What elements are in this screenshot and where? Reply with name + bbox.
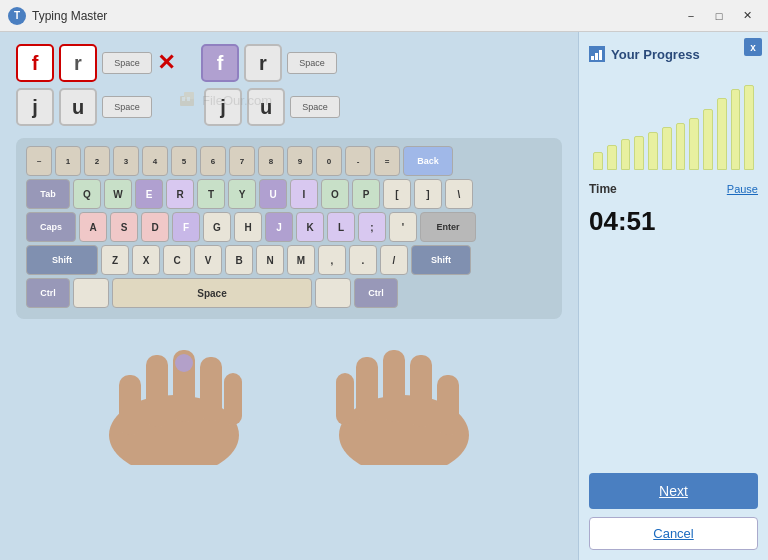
kb-period[interactable]: . [349, 245, 377, 275]
kb-i[interactable]: I [290, 179, 318, 209]
kb-b[interactable]: B [225, 245, 253, 275]
kb-row-2: Caps A S D F G H J K L ; ' Enter [26, 212, 552, 242]
key-r-plain: r [244, 44, 282, 82]
sequence-row-2: j u Space j u Space [16, 88, 562, 126]
svg-rect-16 [336, 373, 354, 425]
watermark-text: FileOur.com [202, 93, 272, 108]
minimize-button[interactable]: − [678, 5, 704, 27]
kb-f[interactable]: F [172, 212, 200, 242]
kb-k[interactable]: K [296, 212, 324, 242]
kb-9[interactable]: 9 [287, 146, 313, 176]
key-space-3: Space [102, 96, 152, 118]
chart-bar [731, 89, 741, 170]
watermark-icon [180, 92, 200, 108]
right-hand [289, 335, 489, 465]
kb-v[interactable]: V [194, 245, 222, 275]
kb-shift-right[interactable]: Shift [411, 245, 471, 275]
kb-row-1: Tab Q W E R T Y U I O P [ ] \ [26, 179, 552, 209]
kb-e[interactable]: E [135, 179, 163, 209]
kb-tab[interactable]: Tab [26, 179, 70, 209]
kb-backslash[interactable]: \ [445, 179, 473, 209]
kb-2[interactable]: 2 [84, 146, 110, 176]
kb-tilde[interactable]: ~ [26, 146, 52, 176]
kb-7[interactable]: 7 [229, 146, 255, 176]
kb-backspace[interactable]: Back [403, 146, 453, 176]
kb-ctrl-right[interactable]: Ctrl [354, 278, 398, 308]
kb-q[interactable]: Q [73, 179, 101, 209]
svg-rect-6 [146, 355, 168, 427]
kb-j[interactable]: J [265, 212, 293, 242]
main-layout: f r Space ✕ f r Space j u Space j u Spac… [0, 32, 768, 560]
svg-rect-14 [383, 350, 405, 422]
kb-m[interactable]: M [287, 245, 315, 275]
titlebar: T Typing Master − □ ✕ [0, 0, 768, 32]
kb-equals[interactable]: = [374, 146, 400, 176]
key-f-purple: f [201, 44, 239, 82]
kb-r[interactable]: R [166, 179, 194, 209]
key-j-1: j [16, 88, 54, 126]
kb-s[interactable]: S [110, 212, 138, 242]
kb-h[interactable]: H [234, 212, 262, 242]
kb-d[interactable]: D [141, 212, 169, 242]
close-button[interactable]: ✕ [734, 5, 760, 27]
kb-5[interactable]: 5 [171, 146, 197, 176]
app-title: Typing Master [32, 9, 678, 23]
left-hand [89, 335, 289, 465]
kb-y[interactable]: Y [228, 179, 256, 209]
cancel-button[interactable]: Cancel [589, 517, 758, 550]
time-label: Time [589, 182, 617, 196]
right-panel: x Your Progress Time Pause 04:51 Next Ca… [578, 32, 768, 560]
kb-win-left[interactable] [73, 278, 109, 308]
kb-enter[interactable]: Enter [420, 212, 476, 242]
left-panel: f r Space ✕ f r Space j u Space j u Spac… [0, 32, 578, 560]
sequence-row-1: f r Space ✕ f r Space [16, 44, 562, 82]
kb-semicolon[interactable]: ; [358, 212, 386, 242]
kb-rbracket[interactable]: ] [414, 179, 442, 209]
kb-0[interactable]: 0 [316, 146, 342, 176]
chart-bar [676, 123, 686, 170]
key-r-current: r [59, 44, 97, 82]
kb-ctrl-left[interactable]: Ctrl [26, 278, 70, 308]
kb-a[interactable]: A [79, 212, 107, 242]
kb-g[interactable]: G [203, 212, 231, 242]
kb-3[interactable]: 3 [113, 146, 139, 176]
kb-comma[interactable]: , [318, 245, 346, 275]
kb-win-right[interactable] [315, 278, 351, 308]
kb-minus[interactable]: - [345, 146, 371, 176]
kb-shift-left[interactable]: Shift [26, 245, 98, 275]
kb-l[interactable]: L [327, 212, 355, 242]
keyboard: ~ 1 2 3 4 5 6 7 8 9 0 - = Back Tab Q W E [16, 138, 562, 319]
chart-bar [607, 145, 617, 170]
chart-bar [634, 136, 644, 170]
kb-quote[interactable]: ' [389, 212, 417, 242]
chart-bar [689, 118, 699, 170]
kb-slash[interactable]: / [380, 245, 408, 275]
next-button[interactable]: Next [589, 473, 758, 509]
key-space-2: Space [287, 52, 337, 74]
svg-rect-5 [119, 375, 141, 435]
kb-o[interactable]: O [321, 179, 349, 209]
kb-6[interactable]: 6 [200, 146, 226, 176]
kb-caps[interactable]: Caps [26, 212, 76, 242]
kb-space[interactable]: Space [112, 278, 312, 308]
kb-1[interactable]: 1 [55, 146, 81, 176]
kb-8[interactable]: 8 [258, 146, 284, 176]
kb-w[interactable]: W [104, 179, 132, 209]
kb-z[interactable]: Z [101, 245, 129, 275]
kb-p[interactable]: P [352, 179, 380, 209]
kb-row-4: Ctrl Space Ctrl [26, 278, 552, 308]
chart-bar [621, 139, 631, 170]
time-value: 04:51 [589, 206, 758, 237]
kb-x[interactable]: X [132, 245, 160, 275]
kb-u[interactable]: U [259, 179, 287, 209]
watermark: FileOur.com [180, 92, 272, 108]
maximize-button[interactable]: □ [706, 5, 732, 27]
kb-lbracket[interactable]: [ [383, 179, 411, 209]
kb-c[interactable]: C [163, 245, 191, 275]
pause-link[interactable]: Pause [727, 183, 758, 195]
panel-close-button[interactable]: x [744, 38, 762, 56]
key-u-1: u [59, 88, 97, 126]
kb-4[interactable]: 4 [142, 146, 168, 176]
kb-n[interactable]: N [256, 245, 284, 275]
kb-t[interactable]: T [197, 179, 225, 209]
